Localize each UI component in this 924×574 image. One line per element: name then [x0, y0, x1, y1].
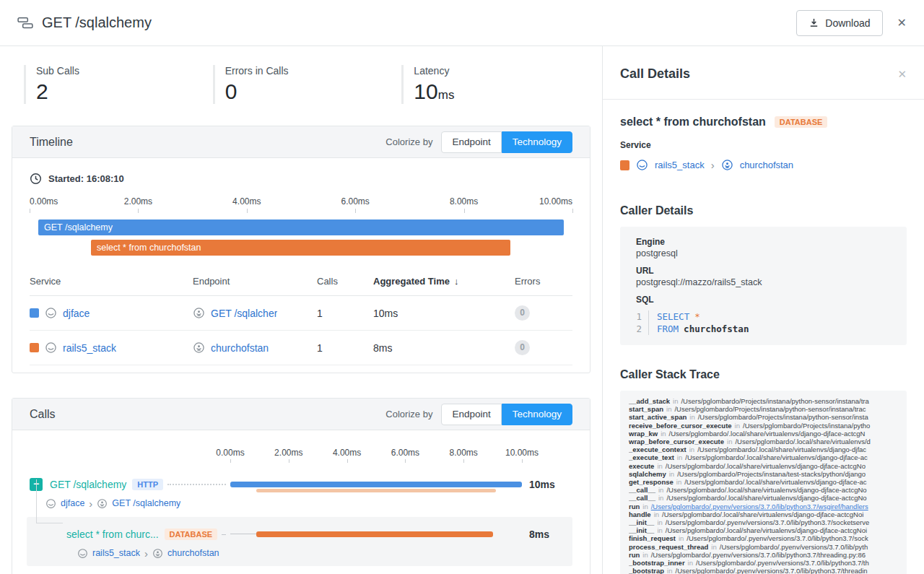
field-sql: SQL 1 SELECT* 2 FROMchurchofstan — [636, 295, 895, 335]
stack-path: /Users/pglombardo/.local/share/virtualen… — [666, 526, 867, 534]
timeline-bar-child[interactable]: select * from churchofstan — [91, 240, 510, 256]
stack-path: /Users/pglombardo/.pyenv/versions/3.7.0/… — [651, 503, 868, 510]
stack-function: run — [629, 503, 640, 510]
call-name[interactable]: select * from churc... — [66, 529, 159, 540]
stat-unit: ms — [438, 88, 455, 102]
stack-path: /Users/pglombardo/.local/share/virtualen… — [684, 478, 866, 486]
stack-function: __call__ — [629, 486, 655, 494]
stack-frame: _execute_textin/Users/pglombardo/.local/… — [629, 453, 902, 461]
calls-cell: 1 — [317, 342, 373, 354]
stack-path: /Users/pglombardo/.local/share/virtualen… — [735, 438, 870, 445]
aggregated-time-cell: 8ms — [373, 342, 515, 354]
col-endpoint[interactable]: Endpoint — [193, 276, 317, 287]
leader-line — [230, 534, 256, 534]
endpoint-link[interactable]: churchofstan — [167, 548, 219, 558]
stack-frame: process_request_threadin/Users/pglombard… — [629, 543, 902, 551]
col-service[interactable]: Service — [30, 276, 193, 287]
stack-path: /Users/pglombardo/.local/share/virtualen… — [666, 494, 866, 502]
stat-errors-in-calls: Errors in Calls 0 — [213, 65, 402, 104]
call-bar-db[interactable] — [256, 531, 492, 537]
stat-value: 0 — [225, 79, 402, 104]
leader-line — [167, 484, 226, 485]
panel-title: Call Details — [620, 66, 690, 82]
stack-in-word: in — [724, 438, 735, 445]
download-button[interactable]: Download — [796, 10, 882, 36]
field-engine: Engine postgresql — [636, 237, 895, 258]
table-row[interactable]: djface GET /sqlalcher 1 10ms 0 — [30, 296, 572, 331]
calls-card: Calls Colorize by Endpoint Technology 0.… — [12, 398, 590, 574]
endpoint-icon — [152, 548, 163, 559]
errors-badge: 0 — [515, 305, 530, 321]
stack-frame: runin/Users/pglombardo/.pyenv/versions/3… — [629, 551, 902, 559]
stack-function: execute — [629, 462, 654, 470]
colorize-endpoint-button[interactable]: Endpoint — [441, 404, 501, 425]
colorize-endpoint-button[interactable]: Endpoint — [441, 131, 501, 153]
stack-path: /Users/pglombardo/.pyenv/versions/3.7.0/… — [676, 567, 868, 574]
tree-connector — [36, 523, 63, 523]
top-bar: GET /sqlalchemy Download ✕ — [0, 0, 924, 46]
stack-path: /Users/pglombardo/.local/share/virtualen… — [666, 462, 866, 470]
service-cell: djface — [30, 307, 193, 319]
database-badge: DATABASE — [165, 529, 217, 540]
stack-path: /Users/pglombardo/Projects/instana/pytho… — [674, 405, 866, 413]
stack-frame: __init__in/Users/pglombardo/.pyenv/versi… — [629, 518, 902, 526]
stack-in-word: in — [640, 551, 650, 559]
service-color-swatch — [30, 308, 39, 318]
endpoint-link[interactable]: churchofstan — [211, 342, 269, 354]
aggregated-time-cell: 10ms — [373, 308, 515, 319]
colorize-technology-button[interactable]: Technology — [502, 404, 572, 425]
stack-frame: __call__in/Users/pglombardo/.local/share… — [629, 494, 902, 502]
col-calls[interactable]: Calls — [317, 276, 373, 287]
line-number: 2 — [636, 323, 649, 335]
service-link[interactable]: rails5_stack — [655, 160, 705, 170]
call-details-panel: Call Details ✕ select * from churchofsta… — [603, 46, 924, 574]
stack-function: _execute_text — [629, 453, 674, 461]
stack-function: sqlalchemy — [629, 470, 666, 478]
service-link[interactable]: djface — [63, 308, 90, 319]
stack-frame: __add_stackin/Users/pglombardo/Projects/… — [629, 397, 902, 405]
close-icon[interactable]: ✕ — [897, 68, 907, 81]
endpoint-cell: GET /sqlalcher — [193, 307, 317, 319]
service-icon — [45, 498, 56, 509]
service-link[interactable]: rails5_stack — [92, 548, 140, 558]
endpoint-link[interactable]: GET /sqlalcher — [211, 308, 277, 319]
stack-function: finish_request — [629, 534, 676, 542]
service-link[interactable]: rails5_stack — [63, 342, 116, 354]
service-link[interactable]: djface — [61, 498, 84, 508]
call-bar-root[interactable] — [230, 482, 522, 487]
stack-in-word: in — [685, 559, 696, 567]
col-errors[interactable]: Errors — [515, 276, 572, 287]
stack-in-word: in — [654, 526, 665, 534]
service-icon — [45, 342, 57, 354]
stack-path: /Users/pglombardo/Projects/instana/pytho… — [681, 397, 868, 405]
stack-in-word: in — [651, 510, 662, 518]
calls-title: Calls — [30, 408, 56, 421]
endpoint-link[interactable]: GET /sqlalchemy — [112, 498, 180, 508]
call-name[interactable]: GET /sqlalchemy — [50, 479, 126, 490]
stack-frame: finish_requestin/Users/pglombardo/.pyenv… — [629, 534, 902, 542]
col-aggregated-time[interactable]: Aggregated Time↓ — [373, 276, 515, 287]
table-row[interactable]: rails5_stack churchofstan 1 8ms — [30, 331, 572, 365]
call-breadcrumb: rails5_stack › churchofstan — [77, 547, 572, 560]
service-breadcrumb: rails5_stack › churchofstan — [620, 159, 907, 171]
stack-in-word: in — [670, 397, 681, 405]
stack-frame: _bootstrap_innerin/Users/pglombardo/.pye… — [629, 559, 902, 567]
call-chart — [230, 523, 522, 545]
stack-function: start_active_span — [629, 413, 687, 421]
call-row-selected[interactable]: select * from churc... DATABASE 8ms — [27, 517, 572, 566]
stack-function: process_request_thread — [629, 543, 708, 551]
trace-detail-pane: Sub Calls 2 Errors in Calls 0 Latency 10… — [0, 46, 603, 574]
stack-frame: wrap_before_cursor_executein/Users/pglom… — [629, 438, 902, 445]
colorize-technology-button[interactable]: Technology — [502, 131, 572, 153]
chevron-right-icon: › — [144, 548, 148, 559]
errors-badge: 0 — [515, 340, 530, 355]
stack-trace-card: __add_stackin/Users/pglombardo/Projects/… — [620, 391, 907, 574]
close-icon[interactable]: ✕ — [897, 16, 907, 30]
chevron-right-icon: › — [711, 160, 715, 170]
endpoint-link[interactable]: churchofstan — [740, 160, 793, 170]
stack-frame: __call__in/Users/pglombardo/.local/share… — [629, 486, 902, 494]
table-header: Service Endpoint Calls Aggregated Time↓ … — [30, 271, 572, 296]
stack-in-word: in — [654, 462, 665, 470]
timeline-bar-root[interactable]: GET /sqlalchemy — [38, 219, 564, 235]
service-color-swatch — [30, 343, 39, 352]
